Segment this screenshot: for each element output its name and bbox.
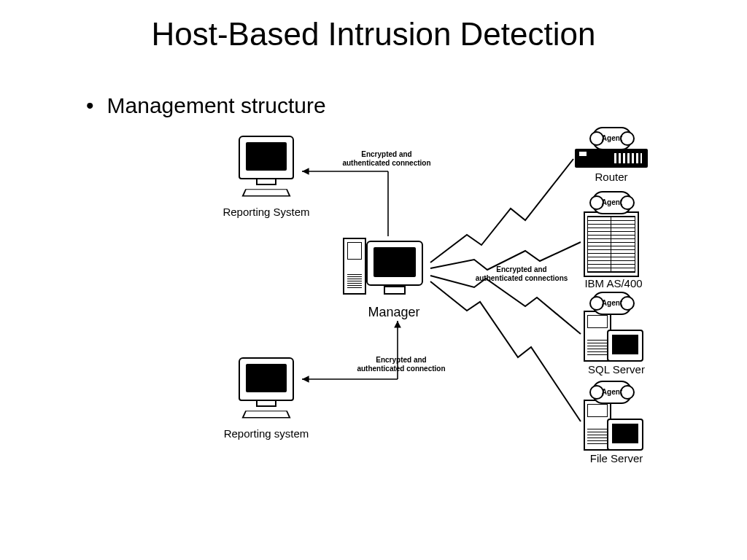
as400-icon <box>584 211 639 277</box>
slide-title: Host-Based Intrusion Detection <box>0 16 747 52</box>
edge-label-top: Encrypted and authenticated connection <box>336 150 438 167</box>
file-server-icon <box>584 400 643 451</box>
bullet-management-structure: Management structure <box>86 93 326 118</box>
reporting-system-top-label: Reporting System <box>212 206 321 218</box>
agent-cloud-sql: Agent <box>592 292 632 315</box>
edge-label-bottom: Encrypted and authenticated connection <box>350 356 452 373</box>
sql-server-label: SQL Server <box>576 363 657 376</box>
manager-label: Manager <box>354 305 434 320</box>
reporting-system-bottom-label: Reporting system <box>212 427 321 440</box>
edge-label-right: Encrypted and authenticated connections <box>467 265 576 282</box>
router-icon <box>575 149 648 168</box>
sql-server-icon <box>584 311 643 362</box>
reporting-system-top-icon <box>237 136 295 198</box>
manager-icon <box>343 238 423 295</box>
agent-cloud-file: Agent <box>592 381 632 404</box>
agent-cloud-router: Agent <box>592 127 632 150</box>
router-label: Router <box>575 171 648 183</box>
file-server-label: File Server <box>576 452 657 464</box>
as400-label: IBM AS/400 <box>573 277 654 289</box>
agent-cloud-as400: Agent <box>592 191 632 214</box>
reporting-system-bottom-icon <box>237 357 295 420</box>
